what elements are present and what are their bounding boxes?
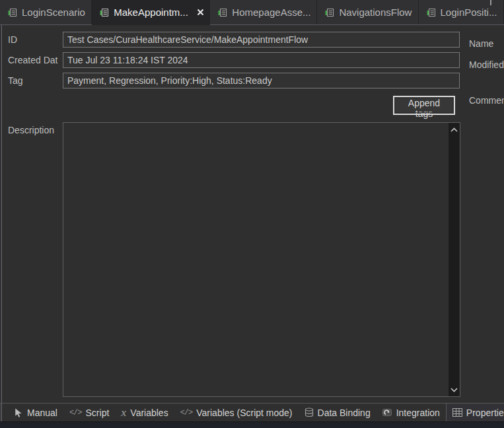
created-date-label: Created Dat <box>8 52 57 68</box>
code-icon: </> <box>69 408 82 417</box>
panel-sash[interactable] <box>1 25 2 403</box>
editor-tab-label: MakeAppointm... <box>114 7 188 18</box>
tag-field[interactable] <box>63 73 460 89</box>
scroll-up-icon[interactable] <box>449 124 460 135</box>
cursor-icon <box>14 408 23 417</box>
tab-manual[interactable]: Manual <box>8 404 63 421</box>
test-case-icon <box>8 8 17 17</box>
integration-icon <box>382 408 392 417</box>
editor-tab-label: HomepageAsse... <box>232 7 310 18</box>
tab-label: Variables (Script mode) <box>196 408 292 418</box>
code-icon: </> <box>180 408 193 417</box>
table-icon <box>452 408 462 417</box>
tab-variables[interactable]: x Variables <box>115 404 174 421</box>
scroll-down-icon[interactable] <box>449 384 460 395</box>
test-case-icon <box>218 8 227 17</box>
test-case-icon <box>100 8 109 17</box>
window-bottom-strip <box>0 422 504 428</box>
test-case-icon <box>325 8 334 17</box>
close-icon[interactable] <box>197 9 204 16</box>
test-case-icon <box>427 8 436 17</box>
description-scrollbar[interactable] <box>449 123 460 396</box>
tab-label: Integration <box>396 408 440 418</box>
tab-label: Variables <box>130 408 168 418</box>
editor-tab-bar: LoginScenario MakeAppointm... HomepageAs… <box>0 0 504 25</box>
katalon-editor-window: LoginScenario MakeAppointm... HomepageAs… <box>0 0 504 428</box>
editor-tab-label: LoginPositi... <box>441 7 497 18</box>
tab-label: Script <box>86 408 110 418</box>
tab-properties[interactable]: Properties <box>446 404 504 421</box>
tab-label: Manual <box>27 408 57 418</box>
editor-tab-homepageassertion[interactable]: HomepageAsse... <box>210 0 317 24</box>
id-label: ID <box>8 32 17 48</box>
database-icon <box>305 408 314 417</box>
editor-tab-label: NavigationsFlow <box>339 7 412 18</box>
id-field[interactable] <box>63 32 460 48</box>
tab-label: Data Binding <box>318 408 371 418</box>
editor-tab-label: LoginScenario <box>22 7 85 18</box>
tab-data-binding[interactable]: Data Binding <box>299 404 377 421</box>
editor-tab-makeappointmentflow[interactable]: MakeAppointm... <box>92 0 210 25</box>
append-tags-button[interactable]: Append tags <box>393 96 455 115</box>
description-box <box>63 122 460 397</box>
tab-overflow-indicator <box>490 0 491 5</box>
properties-panel: ID Created Dat Tag Append tags Name Modi… <box>0 25 504 403</box>
modified-label: Modified <box>469 57 504 73</box>
tag-label: Tag <box>8 73 23 89</box>
description-label: Description <box>8 122 54 138</box>
tab-script[interactable]: </> Script <box>63 404 115 421</box>
tab-variables-script-mode[interactable]: </> Variables (Script mode) <box>174 404 299 421</box>
tab-label: Properties <box>466 408 504 418</box>
name-label: Name <box>469 36 493 52</box>
variable-icon: x <box>121 408 126 418</box>
description-field[interactable] <box>63 123 449 396</box>
bar-edge-line <box>1 404 2 421</box>
editor-tab-navigationsflow[interactable]: NavigationsFlow <box>317 0 418 24</box>
comment-label: Comment <box>469 92 504 108</box>
view-tab-bar: Manual </> Script x Variables </> Variab… <box>0 403 504 422</box>
created-date-field[interactable] <box>63 52 460 68</box>
editor-tab-loginscenario[interactable]: LoginScenario <box>0 0 92 24</box>
tab-integration[interactable]: Integration <box>377 404 446 421</box>
